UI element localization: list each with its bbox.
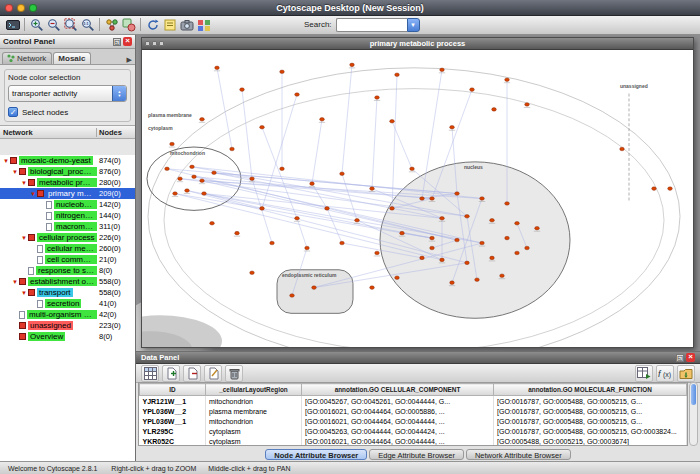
zoom-out-icon[interactable] xyxy=(45,17,62,33)
vizmapper-icon[interactable] xyxy=(195,17,212,33)
expander-icon[interactable]: ▼ xyxy=(29,191,37,197)
network-node[interactable] xyxy=(295,217,300,221)
network-node[interactable] xyxy=(515,251,520,255)
network-node[interactable] xyxy=(178,177,183,181)
network-overlay-icon[interactable] xyxy=(120,17,137,33)
network-node[interactable] xyxy=(235,231,240,235)
column-header[interactable]: _cellularLayoutRegion xyxy=(206,384,302,396)
zoom-window-button[interactable] xyxy=(29,4,37,12)
table-row[interactable]: YPL036W__2plasma membrane[GO:0016021, GO… xyxy=(140,406,687,416)
float-panel-icon[interactable]: ◱ xyxy=(113,38,121,46)
select-nodes-checkbox[interactable]: ✓ xyxy=(8,107,18,117)
network-node[interactable] xyxy=(430,246,435,250)
network-node[interactable] xyxy=(390,119,395,123)
first-neighbors-icon[interactable] xyxy=(103,17,120,33)
network-node[interactable] xyxy=(455,238,460,242)
network-node[interactable] xyxy=(668,187,673,191)
network-node[interactable] xyxy=(173,192,178,196)
tree-item[interactable]: ▼mosaic-demo-yeast874(0) xyxy=(0,155,135,166)
inner-minimize-button[interactable] xyxy=(152,41,157,46)
search-dropdown-button[interactable]: ▾ xyxy=(407,18,420,32)
network-node[interactable] xyxy=(200,118,205,122)
network-node[interactable] xyxy=(312,286,317,290)
edit-attribute-icon[interactable] xyxy=(204,365,222,382)
network-node[interactable] xyxy=(450,281,455,285)
network-node[interactable] xyxy=(355,218,360,222)
expander-icon[interactable]: ▼ xyxy=(20,235,28,241)
tree-item[interactable]: ▼primary metab...209(0) xyxy=(0,188,135,199)
network-node[interactable] xyxy=(250,177,255,181)
annotation-icon[interactable] xyxy=(161,17,178,33)
expander-icon[interactable]: ▼ xyxy=(20,290,28,296)
table-cell[interactable]: [GO:0016787, GO:0005488, GO:0005215, G..… xyxy=(494,396,687,407)
network-node[interactable] xyxy=(212,171,217,175)
column-header[interactable]: annotation.GO MOLECULAR_FUNCTION xyxy=(494,384,687,396)
tree-item[interactable]: response to stimul...8(0) xyxy=(0,265,135,276)
table-cell[interactable]: [GO:0045263, GO:0044444, GO:0044424, ... xyxy=(302,426,494,436)
network-node[interactable] xyxy=(395,276,400,280)
tab-mosaic[interactable]: Mosaic xyxy=(53,52,91,64)
network-node[interactable] xyxy=(170,142,175,146)
network-node[interactable] xyxy=(505,236,510,240)
tree-item[interactable]: ▼biological_process876(0) xyxy=(0,166,135,177)
network-node[interactable] xyxy=(480,241,485,245)
tree-item[interactable]: cell communica...21(0) xyxy=(0,254,135,265)
network-canvas[interactable]: plasma membranecytoplasmmitochondrionnuc… xyxy=(142,50,693,347)
expander-icon[interactable]: ▼ xyxy=(11,169,19,175)
table-cell[interactable]: YJR121W__1 xyxy=(140,396,206,407)
network-node[interactable] xyxy=(400,231,405,235)
table-row[interactable]: YPL036W__1mitochondrion[GO:0016021, GO:0… xyxy=(140,416,687,426)
network-node[interactable] xyxy=(492,108,497,112)
table-cell[interactable]: [GO:0016021, GO:0044464, GO:0044444, ... xyxy=(302,436,494,446)
table-cell[interactable]: YPL036W__1 xyxy=(140,416,206,426)
zoom-fit-icon[interactable] xyxy=(62,17,79,33)
table-cell[interactable]: plasma membrane xyxy=(206,406,302,416)
tree-item[interactable]: Overview8(0) xyxy=(0,331,135,342)
network-node[interactable] xyxy=(190,165,195,169)
network-node[interactable] xyxy=(340,241,345,245)
network-node[interactable] xyxy=(440,68,445,72)
zoom-actual-icon[interactable]: 1:1 xyxy=(79,17,96,33)
delete-attribute-icon[interactable] xyxy=(183,365,201,382)
table-cell[interactable]: mitochondrion xyxy=(206,416,302,426)
network-node[interactable] xyxy=(240,88,245,92)
tree-item[interactable]: secretion41(0) xyxy=(0,298,135,309)
table-cell[interactable]: [GO:0005488, GO:0005215, GO:0003674] xyxy=(494,436,687,446)
create-attribute-icon[interactable] xyxy=(162,365,180,382)
close-data-panel-icon[interactable]: × xyxy=(686,353,695,362)
network-node[interactable] xyxy=(350,63,355,67)
network-window[interactable]: primary metabolic process plasma membran… xyxy=(141,37,694,348)
network-node[interactable] xyxy=(215,66,220,70)
network-node[interactable] xyxy=(320,118,325,122)
table-cell[interactable]: [GO:0016021, GO:0044464, GO:0005886, ... xyxy=(302,406,494,416)
network-node[interactable] xyxy=(620,147,625,151)
network-node[interactable] xyxy=(505,202,510,206)
network-node[interactable] xyxy=(475,278,480,282)
column-header[interactable]: annotation.GO CELLULAR_COMPONENT xyxy=(302,384,494,396)
network-node[interactable] xyxy=(260,207,265,211)
tree-item[interactable]: ▼cellular process226(0) xyxy=(0,232,135,243)
network-node[interactable] xyxy=(465,215,470,219)
network-node[interactable] xyxy=(280,70,285,74)
table-cell[interactable]: [GO:0016787, GO:0005488, GO:0005215, G..… xyxy=(494,406,687,416)
network-node[interactable] xyxy=(490,218,495,222)
tree-item[interactable]: nitrogen compo...144(0) xyxy=(0,210,135,221)
close-panel-icon[interactable]: × xyxy=(123,37,132,46)
network-graph[interactable]: plasma membranecytoplasmmitochondrionnuc… xyxy=(142,50,693,347)
network-node[interactable] xyxy=(470,88,475,92)
tree-item[interactable]: nucleobase...142(0) xyxy=(0,199,135,210)
network-node[interactable] xyxy=(192,175,197,179)
tree-item[interactable]: macromolecule...311(0) xyxy=(0,221,135,232)
minimize-window-button[interactable] xyxy=(17,4,25,12)
network-node[interactable] xyxy=(185,189,190,193)
network-node[interactable] xyxy=(260,125,265,129)
network-node[interactable] xyxy=(430,236,435,240)
network-node[interactable] xyxy=(295,93,300,97)
table-cell[interactable]: cytoplasm xyxy=(206,436,302,446)
network-node[interactable] xyxy=(375,251,380,255)
inner-close-button[interactable] xyxy=(145,41,150,46)
network-node[interactable] xyxy=(420,256,425,260)
network-node[interactable] xyxy=(525,246,530,250)
tree-header-network[interactable]: Network xyxy=(0,128,96,137)
table-cell[interactable]: YPL036W__2 xyxy=(140,406,206,416)
